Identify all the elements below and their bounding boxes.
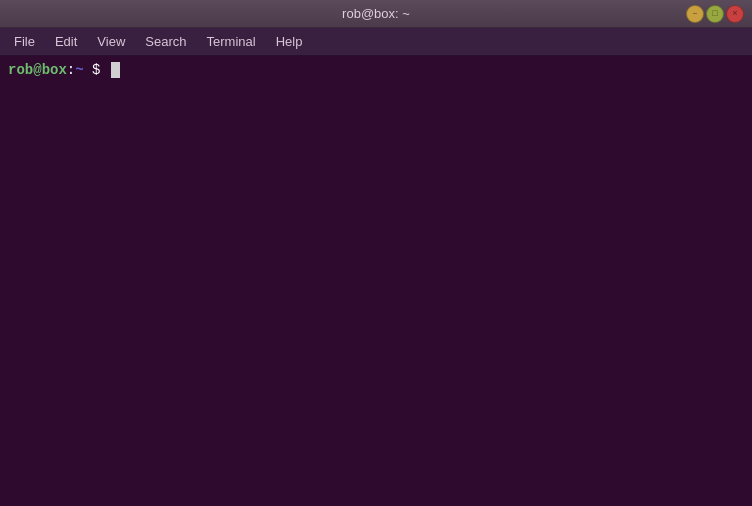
minimize-button[interactable]: –: [686, 5, 704, 23]
prompt-tilde: ~: [75, 62, 83, 78]
prompt-line: rob @ box : ~ $: [8, 62, 744, 78]
terminal-cursor: [111, 62, 120, 78]
menu-item-file[interactable]: File: [4, 30, 45, 53]
title-bar: rob@box: ~ – □ ×: [0, 0, 752, 28]
window-title: rob@box: ~: [342, 6, 410, 21]
menu-item-help[interactable]: Help: [266, 30, 313, 53]
close-button[interactable]: ×: [726, 5, 744, 23]
maximize-button[interactable]: □: [706, 5, 724, 23]
window-controls: – □ ×: [686, 5, 744, 23]
menu-item-view[interactable]: View: [87, 30, 135, 53]
prompt-dollar: $: [84, 62, 109, 78]
menu-item-search[interactable]: Search: [135, 30, 196, 53]
terminal-body[interactable]: rob @ box : ~ $: [0, 56, 752, 506]
prompt-host: box: [42, 62, 67, 78]
menu-item-terminal[interactable]: Terminal: [197, 30, 266, 53]
prompt-colon: :: [67, 62, 75, 78]
menu-item-edit[interactable]: Edit: [45, 30, 87, 53]
prompt-user: rob: [8, 62, 33, 78]
menu-bar: File Edit View Search Terminal Help: [0, 28, 752, 56]
prompt-at: @: [33, 62, 41, 78]
